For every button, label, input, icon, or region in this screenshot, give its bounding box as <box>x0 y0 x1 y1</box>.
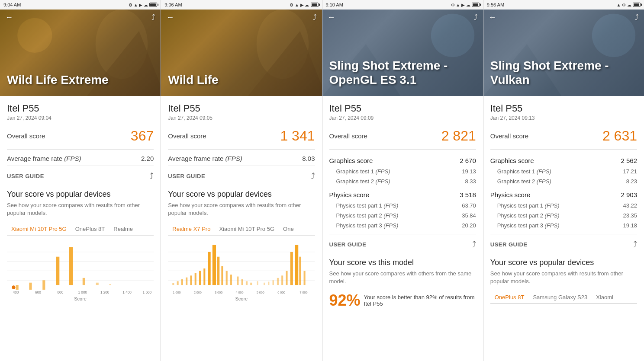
divider-1a <box>7 149 154 150</box>
svg-text:5 000: 5 000 <box>257 291 264 294</box>
tab-1-item-0[interactable]: Xiaomi Mi 10T Pro 5G <box>7 223 71 236</box>
overall-value-1: 367 <box>131 128 154 144</box>
back-icon-3[interactable]: ← <box>328 13 335 22</box>
share-icon-3[interactable]: ⤴ <box>474 13 478 22</box>
overall-score-row-1: Overall score 367 <box>7 128 154 144</box>
screen-header-1: ← ⤴ Wild Life Extreme <box>0 10 161 96</box>
physics-test2-row-4: Physics test part 2 (FPS) 23.35 <box>490 211 637 220</box>
svg-rect-57 <box>295 245 298 285</box>
svg-rect-14 <box>96 283 99 285</box>
chart-x-label-2: Score <box>168 296 315 301</box>
physics-test2-row-3: Physics test part 2 (FPS) 35.84 <box>329 211 476 220</box>
svg-rect-56 <box>290 252 293 285</box>
physics-score-row-3: Physics score 3 518 <box>329 189 476 201</box>
avg-fps-label-2: Average frame rate (FPS) <box>168 155 242 162</box>
header-title-3: Sling Shot Extreme - OpenGL ES 3.1 <box>329 58 476 87</box>
tabs-row-1: Xiaomi Mi 10T Pro 5G OnePlus 8T Realme <box>7 223 154 236</box>
svg-text:1 200: 1 200 <box>100 290 109 294</box>
status-segment-1: 9:04 AM ⚙ ▲ ▶ ☁ <box>0 0 161 10</box>
vs-title-3: Your score vs this model <box>329 258 476 267</box>
screen-content-2: Itel P55 Jan 27, 2024 09:05 Overall scor… <box>161 96 322 361</box>
user-guide-label-3[interactable]: USER GUIDE <box>329 241 367 248</box>
status-segment-2: 9:06 AM ⚙ ▲ ▶ ☁ <box>161 0 322 10</box>
share-button-4[interactable]: ⤴ <box>633 240 637 249</box>
svg-text:2 000: 2 000 <box>194 291 202 294</box>
screen-content-4: Itel P55 Jan 27, 2024 09:13 Overall scor… <box>483 96 644 361</box>
svg-text:600: 600 <box>35 290 41 294</box>
back-icon-1[interactable]: ← <box>5 13 13 22</box>
status-bar: 9:04 AM ⚙ ▲ ▶ ☁ 9:06 AM ⚙ ▲ ▶ ☁ 9:10 AM … <box>0 0 644 10</box>
screen-header-4: ← ⤴ Sling Shot Extreme - Vulkan <box>483 10 644 96</box>
device-date-3: Jan 27, 2024 09:09 <box>329 115 476 121</box>
chart-x-label-1: Score <box>7 296 154 301</box>
user-guide-label-2[interactable]: USER GUIDE <box>168 173 205 179</box>
device-name-4: Itel P55 <box>490 103 637 114</box>
svg-rect-46 <box>242 279 243 285</box>
device-date-1: Jan 27, 2024 09:04 <box>7 115 154 121</box>
share-icon-2[interactable]: ⤴ <box>313 13 317 22</box>
user-guide-row-3: USER GUIDE ⤴ <box>329 234 476 255</box>
chart-container-1: 400 600 800 1 000 1 200 1 400 1 600 Scor… <box>7 243 154 303</box>
user-guide-label-4[interactable]: USER GUIDE <box>490 241 528 248</box>
tab-1-item-2[interactable]: Realme <box>109 223 137 235</box>
tab-4-item-2[interactable]: Xiaomi <box>592 291 618 303</box>
screen-header-3: ← ⤴ Sling Shot Extreme - OpenGL ES 3.1 <box>322 10 483 96</box>
chart-area-1: 400 600 800 1 000 1 200 1 400 1 600 <box>7 243 154 294</box>
tab-2-item-1[interactable]: Xiaomi Mi 10T Pro 5G <box>215 223 279 235</box>
overall-value-4: 2 631 <box>602 128 637 144</box>
tabs-row-2: Realme X7 Pro Xiaomi Mi 10T Pro 5G One <box>168 223 315 236</box>
share-button-3[interactable]: ⤴ <box>472 240 476 249</box>
physics-test1-row-4: Physics test part 1 (FPS) 43.22 <box>490 201 637 211</box>
physics-test1-value-4: 43.22 <box>623 202 637 209</box>
avg-fps-row-2: Average frame rate (FPS) 8.03 <box>168 155 315 162</box>
svg-rect-11 <box>56 257 59 285</box>
tab-2-item-2[interactable]: One <box>279 223 298 235</box>
screen-sling-shot-vulkan: ← ⤴ Sling Shot Extreme - Vulkan Itel P55… <box>483 10 644 361</box>
tab-4-item-1[interactable]: Samsung Galaxy S23 <box>528 291 592 303</box>
header-title-1: Wild Life Extreme <box>7 73 154 87</box>
svg-text:4 000: 4 000 <box>236 291 244 294</box>
share-button-2[interactable]: ⤴ <box>311 171 315 181</box>
svg-rect-50 <box>264 283 265 285</box>
vs-title-2: Your score vs popular devices <box>168 190 315 199</box>
svg-point-3 <box>17 18 52 53</box>
vs-subtitle-3: See how your score compares with others … <box>329 270 476 285</box>
physics-test2-label-3: Physics test part 2 (FPS) <box>336 212 399 219</box>
svg-text:400: 400 <box>13 290 19 294</box>
tab-2-item-0[interactable]: Realme X7 Pro <box>168 223 215 236</box>
back-icon-2[interactable]: ← <box>166 13 174 22</box>
svg-rect-36 <box>195 273 196 285</box>
share-button-1[interactable]: ⤴ <box>149 171 154 181</box>
time-1: 9:04 AM <box>3 2 21 7</box>
status-segment-3: 9:10 AM ⚙ ▲ ▶ ☁ <box>322 0 483 10</box>
icons-1: ⚙ ▲ ▶ ☁ <box>129 3 148 7</box>
tab-1-item-1[interactable]: OnePlus 8T <box>71 223 109 235</box>
graphics-test1-label-3: Graphics test 1 (FPS) <box>336 168 390 175</box>
tab-4-item-0[interactable]: OnePlus 8T <box>490 291 529 304</box>
svg-rect-10 <box>42 281 45 290</box>
svg-rect-32 <box>177 281 179 285</box>
vs-section-2: Your score vs popular devices See how yo… <box>168 190 315 303</box>
percentage-badge-3: 92% <box>329 291 361 310</box>
user-guide-label-1[interactable]: USER GUIDE <box>7 173 44 179</box>
graphics-test1-row-3: Graphics test 1 (FPS) 19.13 <box>329 166 476 176</box>
graphics-test1-row-4: Graphics test 1 (FPS) 17.21 <box>490 166 637 176</box>
svg-rect-53 <box>277 278 279 285</box>
svg-rect-8 <box>16 285 19 290</box>
graphics-test1-value-4: 17.21 <box>623 168 637 175</box>
time-2: 9:06 AM <box>164 2 182 7</box>
time-3: 9:10 AM <box>326 2 343 7</box>
physics-test2-value-3: 35.84 <box>462 212 476 219</box>
icons-3: ⚙ ▲ ▶ ☁ <box>451 3 470 7</box>
svg-rect-31 <box>173 283 174 285</box>
back-icon-4[interactable]: ← <box>489 13 496 22</box>
svg-rect-47 <box>246 281 248 285</box>
share-icon-1[interactable]: ⤴ <box>151 13 155 22</box>
vs-model-row-3: 92% Your score is better than 92% of res… <box>329 291 476 310</box>
graphics-label-4: Graphics score <box>490 157 534 164</box>
tabs-row-4: OnePlus 8T Samsung Galaxy S23 Xiaomi <box>490 291 637 304</box>
share-icon-4[interactable]: ⤴ <box>635 13 639 22</box>
header-nav-3: ← ⤴ <box>322 13 483 22</box>
svg-rect-51 <box>268 282 270 285</box>
physics-test1-label-3: Physics test part 1 (FPS) <box>336 202 399 209</box>
